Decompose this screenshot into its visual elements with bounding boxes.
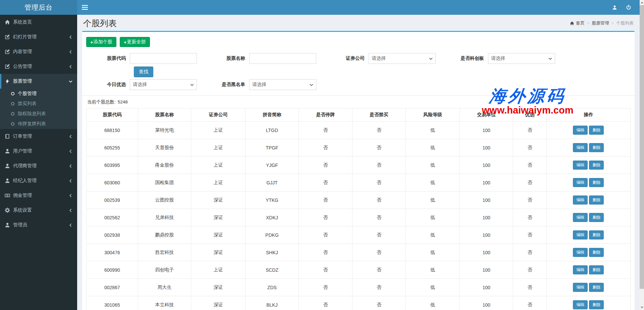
sidebar-item-label: 内容管理	[13, 49, 69, 55]
main-content: 个股列表 首页 > 股票管理 > 个股列表 + 添加个股 +	[77, 15, 640, 310]
cell-risk: 低	[406, 174, 460, 191]
edit-button[interactable]: 编辑	[573, 300, 588, 309]
breadcrumb-section[interactable]: 股票管理	[592, 20, 609, 26]
cell-forbidden: 否	[352, 209, 406, 226]
scrollbar-down-arrow[interactable]	[640, 305, 644, 310]
circle-icon	[11, 122, 15, 126]
delete-button[interactable]: 删除	[589, 300, 604, 309]
box-body: + 添加个股 + 更新全部 股票代码 股票名称	[82, 32, 635, 310]
scrollbar[interactable]	[640, 0, 644, 310]
breadcrumb-separator: >	[587, 21, 589, 26]
today-pick-label: 今日优选	[86, 82, 130, 88]
user-icon	[5, 148, 10, 154]
blacklist-select[interactable]: 请选择	[249, 79, 316, 90]
cell-suspended: 否	[299, 296, 352, 310]
sidebar-item-agents[interactable]: 代理商管理	[0, 159, 77, 173]
scrollbar-up-arrow[interactable]	[640, 0, 644, 5]
sidebar-item-orders[interactable]: 订单管理	[0, 129, 77, 144]
stock-code-input[interactable]	[130, 53, 197, 64]
user-icon	[5, 178, 10, 183]
delete-button[interactable]: 删除	[589, 195, 604, 205]
bolt-icon	[5, 79, 10, 84]
header-risk: 风险等级	[406, 108, 460, 122]
table-row: 600990四创电子上证SCDZ否否低100否编辑删除	[87, 261, 631, 279]
cell-unit: 100	[460, 226, 513, 244]
delete-button[interactable]: 删除	[589, 143, 604, 152]
delete-button[interactable]: 删除	[589, 213, 604, 222]
app-logo[interactable]: 管理后台	[0, 0, 77, 15]
search-button[interactable]: 查找	[134, 67, 153, 77]
add-stock-button[interactable]: + 添加个股	[86, 37, 116, 47]
cell-preferred: 否	[513, 279, 547, 296]
cell-preferred: 否	[513, 139, 547, 157]
sidebar-subitem-forbidden-list[interactable]: 禁买列表	[0, 99, 77, 109]
update-all-button[interactable]: + 更新全部	[120, 37, 150, 47]
delete-button[interactable]: 删除	[589, 161, 604, 170]
cell-pinyin: ZDS	[246, 279, 299, 296]
star-market-select[interactable]: 请选择	[488, 53, 555, 64]
sidebar-subitem-label: 停牌复牌列表	[18, 121, 46, 127]
scrollbar-thumb[interactable]	[640, 5, 644, 289]
edit-button[interactable]: 编辑	[573, 161, 588, 170]
sidebar-subitem-suspend-list[interactable]: 停牌复牌列表	[0, 119, 77, 129]
edit-button[interactable]: 编辑	[573, 248, 588, 257]
delete-button[interactable]: 删除	[589, 265, 604, 274]
sidebar-item-brokers[interactable]: 经纪人管理	[0, 173, 77, 188]
filter-blacklist: 是否黑名单 请选择	[206, 79, 320, 90]
breadcrumb: 首页 > 股票管理 > 个股列表	[570, 20, 634, 26]
edit-button[interactable]: 编辑	[573, 195, 588, 205]
sidebar-item-label: 订单管理	[13, 133, 69, 139]
cell-risk: 低	[406, 139, 460, 157]
sidebar-item-announcements[interactable]: 公告管理	[0, 59, 77, 74]
sidebar-subitem-label: 个股管理	[18, 91, 37, 97]
home-icon	[5, 19, 10, 25]
sidebar-item-label: 股票管理	[13, 78, 69, 84]
cell-actions: 编辑删除	[546, 174, 630, 191]
stock-name-label: 股票名称	[206, 55, 249, 61]
stock-name-input[interactable]	[249, 53, 316, 64]
sidebar-item-stocks[interactable]: 股票管理	[0, 74, 77, 89]
cell-unit: 100	[460, 279, 513, 296]
breadcrumb-home[interactable]: 首页	[570, 20, 585, 26]
cell-company: 上证	[191, 122, 246, 139]
broker-select[interactable]: 请选择	[369, 53, 436, 64]
sidebar-item-commission[interactable]: 佣金管理	[0, 188, 77, 203]
sidebar-item-admins[interactable]: 管理员	[0, 218, 77, 232]
user-menu-button[interactable]	[607, 0, 622, 15]
chevron-left-icon	[69, 179, 72, 183]
delete-button[interactable]: 删除	[589, 126, 604, 135]
cell-name: 周大生	[138, 279, 191, 296]
edit-button[interactable]: 编辑	[573, 143, 588, 152]
sidebar-item-users[interactable]: 用户管理	[0, 144, 77, 159]
delete-button[interactable]: 删除	[589, 178, 604, 187]
cell-company: 上证	[191, 174, 246, 191]
sidebar-subitem-exright-list[interactable]: 除权除息列表	[0, 109, 77, 119]
delete-button[interactable]: 删除	[589, 283, 604, 292]
cell-suspended: 否	[299, 157, 352, 174]
delete-button[interactable]: 删除	[589, 248, 604, 257]
sidebar-item-settings[interactable]: 系统设置	[0, 203, 77, 218]
sidebar-item-content[interactable]: 内容管理	[0, 44, 77, 59]
sidebar-toggle-button[interactable]	[77, 0, 93, 15]
edit-button[interactable]: 编辑	[573, 178, 588, 187]
sidebar: 系统首页 幻灯片管理 内容管理 公告管理	[0, 15, 77, 310]
edit-button[interactable]: 编辑	[573, 213, 588, 222]
sidebar-subitem-stock-manage[interactable]: 个股管理	[0, 89, 77, 99]
today-pick-select[interactable]: 请选择	[130, 79, 197, 90]
logout-button[interactable]	[622, 0, 636, 15]
sidebar-item-home[interactable]: 系统首页	[0, 15, 77, 30]
edit-button[interactable]: 编辑	[573, 230, 588, 239]
cell-pinyin: GJJT	[246, 174, 299, 191]
cell-risk: 低	[406, 191, 460, 209]
table-row: 002539云图控股深证YTKG否否低100否编辑删除	[87, 191, 631, 209]
edit-button[interactable]: 编辑	[573, 126, 588, 135]
sidebar-item-slides[interactable]: 幻灯片管理	[0, 30, 77, 44]
filter-broker: 证券公司 请选择	[325, 53, 440, 64]
cell-name: 鹏鼎控股	[138, 226, 191, 244]
edit-button[interactable]: 编辑	[573, 283, 588, 292]
plus-icon: +	[124, 39, 127, 45]
cell-company: 上证	[191, 139, 246, 157]
edit-button[interactable]: 编辑	[573, 265, 588, 274]
delete-button[interactable]: 删除	[589, 230, 604, 239]
update-all-label: 更新全部	[127, 39, 146, 45]
